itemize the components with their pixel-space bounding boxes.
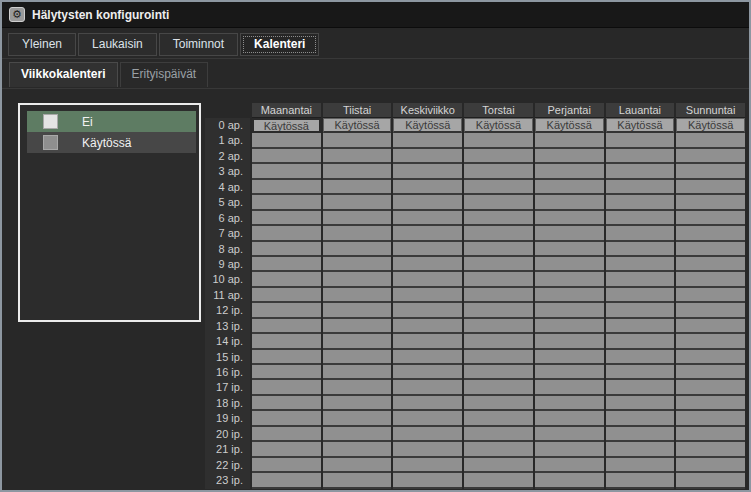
calendar-cell[interactable] [393, 303, 462, 318]
calendar-cell[interactable] [464, 396, 533, 411]
calendar-cell[interactable] [393, 149, 462, 164]
calendar-cell[interactable]: Käytössä [252, 118, 321, 133]
calendar-cell[interactable] [252, 350, 321, 365]
calendar-cell[interactable] [464, 380, 533, 395]
calendar-cell[interactable] [606, 365, 675, 380]
calendar-cell[interactable] [676, 226, 745, 241]
calendar-cell[interactable] [252, 458, 321, 473]
calendar-cell[interactable] [252, 427, 321, 442]
calendar-cell[interactable] [676, 133, 745, 148]
calendar-cell[interactable] [393, 350, 462, 365]
calendar-cell[interactable] [323, 226, 392, 241]
calendar-cell[interactable] [535, 226, 604, 241]
calendar-cell[interactable] [606, 242, 675, 257]
tab-yleinen[interactable]: Yleinen [8, 33, 76, 56]
calendar-cell[interactable] [323, 319, 392, 334]
calendar-cell[interactable] [606, 288, 675, 303]
calendar-cell[interactable] [676, 427, 745, 442]
calendar-cell[interactable]: Käytössä [323, 118, 392, 133]
calendar-cell[interactable] [676, 180, 745, 195]
legend-item-kaytossa[interactable]: Käytössä [27, 132, 196, 153]
calendar-cell[interactable] [393, 319, 462, 334]
calendar-cell[interactable] [464, 226, 533, 241]
calendar-cell[interactable] [676, 365, 745, 380]
calendar-cell[interactable] [252, 442, 321, 457]
calendar-cell[interactable] [464, 180, 533, 195]
calendar-cell[interactable] [535, 319, 604, 334]
calendar-cell[interactable] [252, 257, 321, 272]
calendar-cell[interactable] [676, 396, 745, 411]
calendar-cell[interactable] [606, 180, 675, 195]
calendar-cell[interactable] [535, 180, 604, 195]
calendar-cell[interactable] [323, 272, 392, 287]
calendar-cell[interactable] [393, 133, 462, 148]
subtab-erityispaivat[interactable]: Erityispäivät [120, 62, 209, 87]
calendar-cell[interactable] [393, 334, 462, 349]
calendar-cell[interactable] [393, 272, 462, 287]
calendar-cell[interactable] [535, 211, 604, 226]
calendar-cell[interactable] [393, 195, 462, 210]
calendar-cell[interactable] [606, 133, 675, 148]
calendar-cell[interactable] [676, 272, 745, 287]
calendar-cell[interactable] [464, 149, 533, 164]
calendar-cell[interactable] [393, 180, 462, 195]
calendar-cell[interactable] [535, 396, 604, 411]
calendar-cell[interactable] [252, 473, 321, 488]
calendar-cell[interactable] [393, 164, 462, 179]
calendar-cell[interactable]: Käytössä [393, 118, 462, 133]
calendar-cell[interactable] [252, 242, 321, 257]
calendar-cell[interactable] [252, 380, 321, 395]
calendar-cell[interactable] [252, 180, 321, 195]
calendar-cell[interactable] [535, 272, 604, 287]
calendar-cell[interactable] [464, 257, 533, 272]
calendar-cell[interactable] [606, 272, 675, 287]
calendar-cell[interactable] [676, 288, 745, 303]
calendar-cell[interactable] [535, 442, 604, 457]
calendar-cell[interactable] [606, 319, 675, 334]
calendar-cell[interactable] [606, 164, 675, 179]
calendar-cell[interactable] [676, 149, 745, 164]
calendar-cell[interactable] [252, 226, 321, 241]
calendar-cell[interactable] [393, 288, 462, 303]
calendar-cell[interactable] [252, 396, 321, 411]
calendar-cell[interactable] [323, 288, 392, 303]
tab-toiminnot[interactable]: Toiminnot [159, 33, 238, 56]
calendar-cell[interactable] [535, 133, 604, 148]
calendar-cell[interactable] [393, 411, 462, 426]
calendar-cell[interactable] [323, 473, 392, 488]
calendar-cell[interactable] [606, 334, 675, 349]
calendar-cell[interactable] [606, 380, 675, 395]
calendar-cell[interactable] [606, 303, 675, 318]
calendar-cell[interactable] [606, 396, 675, 411]
calendar-cell[interactable] [535, 164, 604, 179]
subtab-viikkokalenteri[interactable]: Viikkokalenteri [9, 62, 118, 87]
calendar-cell[interactable] [535, 473, 604, 488]
calendar-cell[interactable] [464, 242, 533, 257]
calendar-cell[interactable] [393, 211, 462, 226]
calendar-cell[interactable] [676, 473, 745, 488]
calendar-cell[interactable] [464, 288, 533, 303]
calendar-cell[interactable] [393, 242, 462, 257]
calendar-cell[interactable] [323, 242, 392, 257]
calendar-cell[interactable] [676, 334, 745, 349]
calendar-cell[interactable] [393, 380, 462, 395]
calendar-cell[interactable] [323, 334, 392, 349]
calendar-cell[interactable] [252, 133, 321, 148]
tab-laukaisin[interactable]: Laukaisin [78, 33, 157, 56]
calendar-cell[interactable] [464, 411, 533, 426]
calendar-cell[interactable] [535, 149, 604, 164]
calendar-cell[interactable] [464, 211, 533, 226]
calendar-cell[interactable]: Käytössä [464, 118, 533, 133]
calendar-cell[interactable] [393, 442, 462, 457]
calendar-cell[interactable]: Käytössä [606, 118, 675, 133]
calendar-cell[interactable] [676, 442, 745, 457]
calendar-cell[interactable] [323, 442, 392, 457]
calendar-cell[interactable] [323, 427, 392, 442]
calendar-cell[interactable] [676, 195, 745, 210]
calendar-cell[interactable] [323, 149, 392, 164]
calendar-cell[interactable] [606, 458, 675, 473]
calendar-cell[interactable] [535, 411, 604, 426]
calendar-cell[interactable] [393, 396, 462, 411]
calendar-cell[interactable] [464, 164, 533, 179]
calendar-cell[interactable] [606, 411, 675, 426]
